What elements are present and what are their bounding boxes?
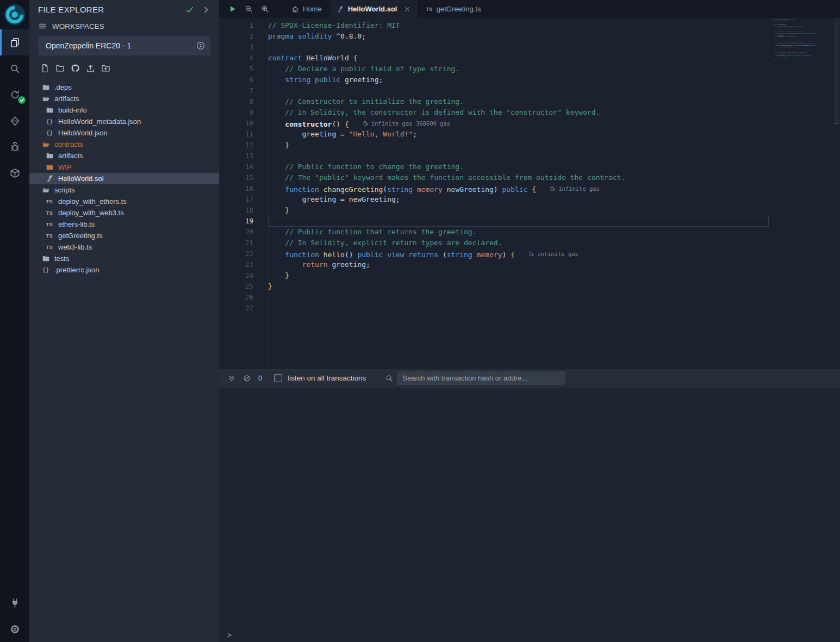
new-file-button[interactable] [40,64,49,74]
deploy-run-button[interactable] [0,108,29,134]
code-line[interactable]: 17 greeting = newGreeting; [219,194,840,205]
solidity-compiler-button[interactable] [0,82,29,108]
code-editor[interactable]: 1// SPDX-License-Identifier: MIT2pragma … [219,18,840,368]
editor-tabbar: HomeHelloWorld.solTSgetGreeting.ts [219,0,840,18]
run-script-button[interactable] [228,5,237,13]
code-line[interactable]: 7 [219,85,840,96]
code-line[interactable]: 13 [219,151,840,161]
code-line[interactable]: 23 return greeting; [219,259,840,270]
file-name: tests [54,254,69,263]
line-number: 18 [219,205,268,216]
close-tab-icon[interactable] [403,5,411,13]
listen-checkbox[interactable] [274,374,282,382]
tree-item-artifacts[interactable]: artifacts [29,150,219,161]
code-line[interactable]: 5 // Declare a public field of type stri… [219,64,840,74]
search-button[interactable] [0,55,29,82]
github-button[interactable] [71,64,80,74]
plugin-module-button[interactable] [0,160,29,186]
file-name: web3-lib.ts [58,243,92,251]
code-line[interactable]: 2pragma solidity ^0.8.0; [219,31,840,42]
remix-logo[interactable] [0,0,29,29]
upload-button[interactable] [86,64,95,74]
workspace-name: OpenZeppelin ERC20 - 1 [46,41,196,50]
settings-icon [10,624,20,634]
terminal-prompt[interactable]: > [227,631,232,639]
json-file-icon: {} [45,129,54,136]
file-explorer-button[interactable] [0,29,29,55]
code-line[interactable]: 18 } [219,205,840,216]
file-name: scripts [54,186,75,194]
tab-helloworld-sol[interactable]: HelloWorld.sol [329,0,419,18]
tab-getgreeting-ts[interactable]: TSgetGreeting.ts [419,0,488,18]
code-line[interactable]: 1// SPDX-License-Identifier: MIT [219,20,840,31]
transaction-count: 0 [258,374,262,382]
new-file-icon [40,64,49,73]
code-line[interactable]: 20 // Public function that returns the g… [219,227,840,238]
code-line[interactable]: 15 // The "public" keyword makes the fun… [219,172,840,183]
settings-button[interactable] [0,616,29,642]
code-line[interactable]: 11 greeting = "Hello, World!"; [219,129,840,140]
code-line[interactable]: 6 string public greeting; [219,74,840,85]
zoom-in-button[interactable] [261,5,269,13]
tree-item-deploy-with-ethers-ts[interactable]: TSdeploy_with_ethers.ts [29,196,219,207]
terminal-search-icon [385,375,393,382]
tree-item-wip[interactable]: WIP [29,161,219,173]
tree-item-build-info[interactable]: build-info [29,104,219,116]
code-line[interactable]: 24 } [219,270,840,281]
code-line[interactable]: 9 // In Solidity, the constructor is def… [219,107,840,118]
clear-console-icon[interactable] [243,375,251,382]
code-line[interactable]: 10 constructor() {infinite gas 368600 ga… [219,118,840,129]
workspace-select[interactable]: OpenZeppelin ERC20 - 1 [38,36,210,55]
code-line[interactable]: 26 [219,292,840,303]
plugin-manager-button[interactable] [0,590,29,616]
code-line[interactable]: 12 } [219,140,840,151]
tree-item-helloworld-sol[interactable]: HelloWorld.sol [29,173,219,184]
new-folder-button[interactable] [55,64,65,74]
code-line[interactable]: 21 // In Solidity, explicit return types… [219,238,840,248]
code-line[interactable]: 14 // Public function to change the gree… [219,161,840,172]
code-line[interactable]: 16 function changeGreeting(string memory… [219,183,840,194]
workspaces-menu-icon[interactable] [38,22,47,30]
zoom-out-button[interactable] [245,5,253,13]
line-number: 19 [219,216,268,227]
typescript-file-icon: TS [426,7,432,12]
tree-item-deps[interactable]: .deps [29,82,219,93]
debugger-button[interactable] [0,134,29,160]
tree-item-getgreeting-ts[interactable]: TSgetGreeting.ts [29,230,219,241]
gas-estimate-lens: infinite gas [529,248,578,259]
terminal-output[interactable]: > [219,388,840,642]
home-icon [291,5,299,13]
tree-item-helloworld-json[interactable]: {}HelloWorld.json [29,127,219,139]
tree-item-helloworld-metadata-json[interactable]: {}HelloWorld_metadata.json [29,116,219,127]
code-line[interactable]: 3 [219,42,840,53]
code-line[interactable]: 27 [219,303,840,314]
line-number: 4 [219,53,268,64]
scrollbar-thumb[interactable] [834,18,839,124]
tree-item-artifacts[interactable]: artifacts [29,93,219,104]
compile-success-badge [18,96,26,104]
file-name: artifacts [54,95,79,103]
terminal-search-input[interactable] [397,371,565,385]
tree-item-deploy-with-web3-ts[interactable]: TSdeploy_with_web3.ts [29,207,219,219]
chevron-right-icon[interactable] [202,5,210,14]
tab-home[interactable]: Home [284,0,329,18]
code-line[interactable]: 19 [219,216,840,227]
code-line[interactable]: 22 function hello() public view returns … [219,248,840,259]
upload-folder-button[interactable] [101,64,110,74]
code-line[interactable]: 4contract HelloWorld { [219,53,840,64]
tree-item-contracts[interactable]: contracts [29,139,219,150]
code-content[interactable]: 1// SPDX-License-Identifier: MIT2pragma … [219,18,840,368]
expand-terminal-icon[interactable] [228,375,235,382]
tree-item-scripts[interactable]: scripts [29,184,219,196]
minimap[interactable]: // SPDX-License-Identifier: MITpragma so… [773,18,816,68]
editor-scrollbar[interactable] [833,18,840,368]
code-line[interactable]: 25} [219,281,840,292]
tree-item-tests[interactable]: tests [29,253,219,264]
file-name: artifacts [58,152,83,160]
tree-item-web3-lib-ts[interactable]: TSweb3-lib.ts [29,241,219,253]
code-line[interactable]: 8 // Constructor to initialize the greet… [219,96,840,107]
tree-item-prettierrc-json[interactable]: {}.prettierrc.json [29,264,219,276]
tree-item-ethers-lib-ts[interactable]: TSethers-lib.ts [29,219,219,230]
activity-bar-spacer [0,186,29,590]
workspace-check-icon[interactable] [185,5,194,14]
